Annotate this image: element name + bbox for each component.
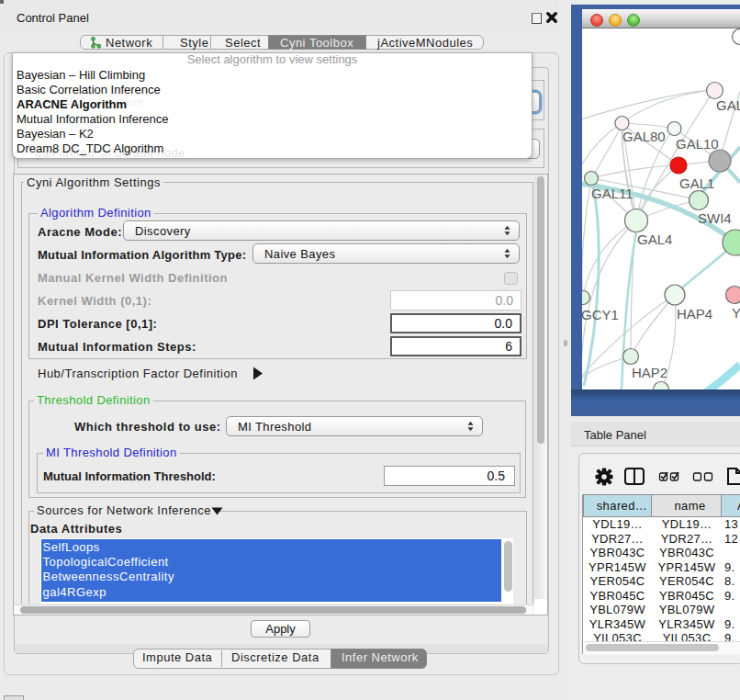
svg-text:HAP4: HAP4 xyxy=(677,306,712,322)
svg-text:SWI4: SWI4 xyxy=(698,210,732,226)
svg-text:GAL1: GAL1 xyxy=(679,175,714,191)
svg-text:GAL10: GAL10 xyxy=(676,136,719,152)
svg-text:GAL11: GAL11 xyxy=(591,186,633,201)
svg-text:GAL4: GAL4 xyxy=(637,231,672,247)
svg-text:Y: Y xyxy=(732,305,740,321)
svg-text:GAL7: GAL7 xyxy=(716,97,740,113)
svg-text:GAL80: GAL80 xyxy=(622,129,666,144)
svg-text:HAP2: HAP2 xyxy=(632,365,667,380)
svg-text:GCY1: GCY1 xyxy=(582,307,619,322)
